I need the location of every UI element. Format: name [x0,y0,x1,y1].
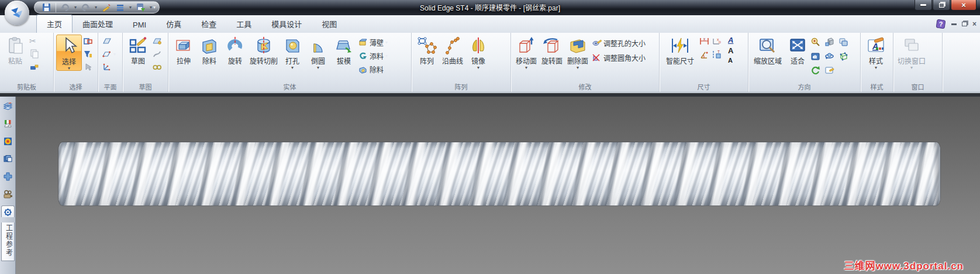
minimize-button[interactable] [915,0,932,11]
wireframe-box-icon[interactable] [838,51,848,61]
smart-dimension-button[interactable]: 智能尺寸 [662,35,698,66]
resize-holes-button[interactable]: 调整孔的大小 [592,38,646,48]
fit-button[interactable]: 适合 [785,35,810,66]
sketch-plane-icon[interactable] [152,36,162,46]
graphics-viewport[interactable]: 工程参考 三维网www.3dportal.cn [0,93,980,274]
zoom-icon[interactable] [810,37,820,47]
restore-button[interactable] [933,0,950,11]
sketch-button[interactable]: 草图 [125,35,151,66]
remove-material-dropdown[interactable]: ▾ [385,67,388,72]
tab-tools[interactable]: 工具 [226,15,261,33]
select-filter-icon[interactable] [83,49,93,59]
add-material-dropdown[interactable]: ▾ [385,54,388,59]
edgebar-tab-sensors[interactable] [2,118,14,130]
thin-wall-dropdown[interactable]: ▾ [385,40,388,45]
group-label-select: 选择 [54,82,98,91]
add-material-button[interactable]: 添料 ▾ [358,51,388,61]
tab-inspect[interactable]: 检查 [191,15,226,33]
doc-restore-button[interactable] [962,22,967,26]
window-title: Solid Edge ST4 - 顺序建模零件 - [钢丝索.par] [0,2,980,12]
coordinate-system-icon[interactable] [102,62,112,72]
mirror-button[interactable]: 镜像 ▾ [465,35,491,70]
text-larger-icon[interactable]: A [728,47,733,54]
symmetric-diameter-icon[interactable]: T [712,50,722,60]
resize-rounds-button[interactable]: 调整圆角大小 [592,53,646,63]
common-views-icon[interactable] [824,37,834,47]
sketch-3d-icon[interactable] [152,49,162,59]
zoom-area-button[interactable]: 缩放区域 [751,35,785,66]
distance-between-icon[interactable]: x [699,36,709,46]
hole-dropdown[interactable]: ▾ [291,66,294,70]
rotate-face-button[interactable]: 旋转面 [539,35,565,66]
pattern-button[interactable]: 阵列 [414,35,440,66]
application-button[interactable] [5,1,29,25]
view-windows-icon[interactable] [838,37,848,47]
tab-view[interactable]: 视图 [312,15,347,33]
select-button[interactable]: 选择 ▾ [56,35,82,71]
coordinate-dimension-icon[interactable]: x o [712,36,722,46]
tab-pmi[interactable]: PMI [123,18,156,33]
round-button[interactable]: 倒圆 ▾ [305,35,331,70]
move-face-button[interactable]: 移动面 ▾ [513,35,539,70]
deselect-icon[interactable] [83,62,93,72]
doc-close-button[interactable]: × [972,20,976,28]
minimize-icon [920,4,926,6]
thin-wall-button[interactable]: 薄壁 ▾ [358,37,388,47]
more-planes-icon[interactable] [102,49,112,59]
move-face-dropdown[interactable]: ▾ [525,66,527,70]
mirror-dropdown[interactable]: ▾ [477,66,479,70]
wire-rope-model[interactable] [58,142,940,206]
extrude-button[interactable]: 拉伸 [171,35,196,66]
tab-surfacing[interactable]: 曲面处理 [73,15,123,33]
format-painter-dropdown[interactable]: ▾ [41,64,43,69]
along-curve-button[interactable]: 沿曲线 [440,35,465,66]
box-select-icon[interactable] [83,36,93,46]
select-dropdown[interactable]: ▾ [68,67,70,70]
draft-button[interactable]: 拔模 [331,35,357,66]
doc-minimize-button[interactable] [951,23,957,25]
edgebar-tab-simulation-results[interactable] [2,135,14,148]
pan-icon[interactable] [810,51,820,61]
text-style-icon[interactable]: A [728,36,733,44]
revolve-button[interactable]: 旋转 [222,35,248,66]
move-face-label: 移动面 [516,56,537,66]
rotate-view-icon[interactable] [824,51,834,61]
style-button[interactable]: A 样式 ▾ [863,35,889,70]
text-smaller-icon[interactable]: A [728,57,733,64]
gear-icon [3,207,13,217]
copy-icon[interactable] [29,49,39,59]
coincident-plane-icon[interactable] [102,36,112,46]
more-planes-dropdown[interactable]: ▾ [113,52,116,57]
paste-button[interactable]: 粘贴 [2,35,28,66]
group-select: 选择 ▾ 选择 [54,33,98,92]
tab-mold-design[interactable]: 模具设计 [261,15,312,33]
sketch-view-icon[interactable] [152,62,162,72]
remove-material-button[interactable]: 除料 ▾ [358,64,388,74]
switch-window-button[interactable]: 切换窗口 ▾ [896,35,927,70]
edgebar-selected-tab-label[interactable]: 工程参考 [1,222,15,261]
tab-home[interactable]: 主页 [36,15,73,33]
hole-button[interactable]: 打孔 ▾ [279,35,305,70]
round-icon [308,36,328,55]
cut-button[interactable]: 除料 [196,35,222,66]
delete-face-dropdown[interactable]: ▾ [577,66,579,70]
edgebar-tab-feature-library[interactable] [2,153,14,165]
format-painter-icon[interactable] [29,61,39,71]
edgebar-tab-family-of-parts[interactable] [2,170,14,183]
revolved-cut-button[interactable]: 旋转切削 [248,35,279,66]
cut-icon[interactable]: ✂ [29,36,43,46]
angle-between-icon[interactable] [699,50,709,60]
close-button[interactable]: × [951,0,976,11]
group-pattern: 阵列 沿曲线 镜像 ▾ 阵列 [412,33,511,92]
style-dropdown[interactable]: ▾ [875,66,877,70]
view-overrides-icon[interactable] [824,65,834,75]
help-icon[interactable]: ? [936,19,946,29]
delete-face-button[interactable]: 删除面 ▾ [565,35,591,70]
cut-icon [199,36,219,55]
edgebar-tab-animation[interactable] [2,188,14,200]
refresh-view-icon[interactable] [810,65,820,75]
edgebar-tab-layers[interactable] [2,100,14,112]
round-dropdown[interactable]: ▾ [317,66,319,70]
tab-simulation[interactable]: 仿真 [156,15,191,33]
edgebar-tab-engineering-reference[interactable] [1,206,15,217]
